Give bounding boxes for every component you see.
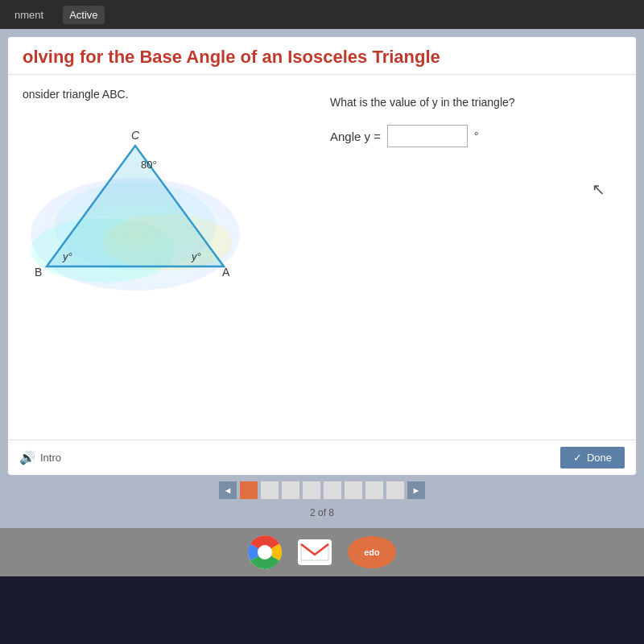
page-title: olving for the Base Angle of an Isoscele…	[23, 47, 440, 67]
intro-button[interactable]: 🔊 Intro	[19, 450, 61, 465]
tab-active[interactable]: Active	[63, 6, 104, 24]
pagination-bar: ◄ ►	[8, 475, 636, 506]
vertex-b-label: B	[35, 266, 42, 279]
done-button[interactable]: ✓ Done	[560, 447, 625, 469]
vertex-c-label: C	[131, 129, 140, 142]
pagination-item-4[interactable]	[303, 481, 320, 499]
pagination-prev[interactable]: ◄	[219, 481, 237, 499]
angle-y-right-label: y°	[191, 250, 201, 262]
instruction-text: onsider triangle ABC.	[23, 88, 314, 101]
gmail-icon[interactable]	[298, 539, 332, 565]
card-body: onsider triangle ABC.	[8, 75, 636, 440]
vertex-a-label: A	[222, 266, 230, 279]
pagination-item-8[interactable]	[386, 481, 404, 499]
pagination-item-1[interactable]	[240, 481, 258, 499]
triangle-container: C B A 80° y° y°	[23, 122, 248, 299]
angle-input-row: Angle y = °	[330, 125, 621, 147]
intro-button-label: Intro	[40, 452, 61, 464]
pagination-next[interactable]: ►	[407, 481, 425, 499]
chrome-icon[interactable]	[248, 535, 282, 569]
taskbar: edo	[0, 528, 644, 576]
browser-top-bar: nment Active	[0, 0, 644, 29]
angle-80-label: 80°	[141, 159, 157, 171]
question-text: What is the value of y in the triangle?	[330, 96, 621, 109]
card-title-bar: olving for the Base Angle of an Isoscele…	[8, 37, 636, 75]
cursor-indicator: ↖	[592, 180, 605, 199]
angle-y-input[interactable]	[387, 125, 468, 147]
pagination-item-2[interactable]	[261, 481, 279, 499]
speaker-icon: 🔊	[19, 450, 35, 465]
pagination-item-5[interactable]	[324, 481, 341, 499]
angle-y-left-label: y°	[62, 250, 72, 262]
left-panel: onsider triangle ABC.	[23, 88, 314, 427]
right-panel: What is the value of y in the triangle? …	[330, 88, 621, 427]
main-wrapper: olving for the Base Angle of an Isoscele…	[0, 29, 644, 528]
edu-brand-label: edo	[364, 547, 380, 557]
tab-assignment[interactable]: nment	[8, 6, 50, 24]
edu-brand-icon[interactable]: edo	[348, 536, 396, 568]
pagination-item-6[interactable]	[345, 481, 362, 499]
pagination-item-7[interactable]	[365, 481, 383, 499]
degree-symbol: °	[474, 130, 479, 142]
content-card: olving for the Base Angle of an Isoscele…	[8, 37, 636, 475]
card-footer: 🔊 Intro ✓ Done	[8, 440, 636, 475]
pagination-item-3[interactable]	[282, 481, 299, 499]
checkmark-icon: ✓	[573, 452, 582, 464]
pagination-count: 2 of 8	[8, 506, 636, 520]
triangle-diagram: C B A 80° y° y°	[23, 122, 248, 299]
done-button-label: Done	[587, 452, 612, 464]
angle-label: Angle y =	[330, 130, 381, 143]
